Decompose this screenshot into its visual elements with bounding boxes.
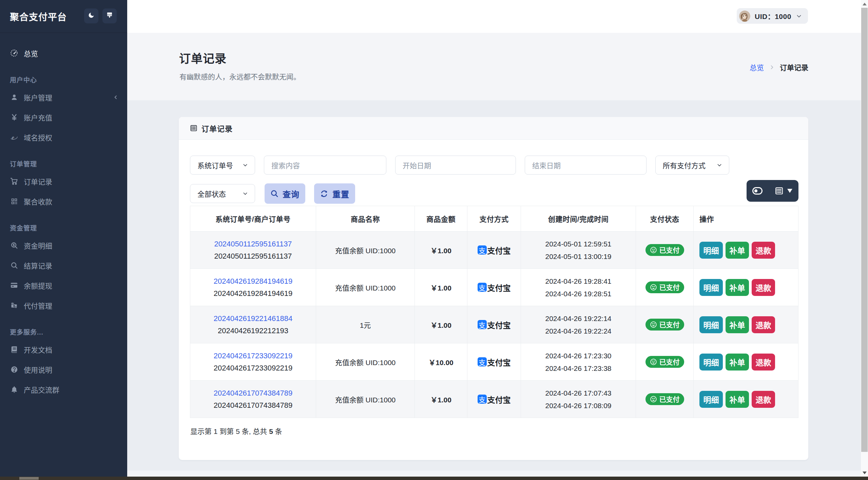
breadcrumb-home-link[interactable]: 总览 bbox=[750, 62, 764, 72]
scroll-up-button[interactable] bbox=[861, 0, 868, 8]
sidebar-item-account-recharge[interactable]: 账户充值 bbox=[0, 107, 127, 127]
paid-status-badge: 已支付 bbox=[645, 244, 684, 256]
pay-method-cell: 支 支付宝 bbox=[467, 394, 521, 405]
search-icon bbox=[270, 189, 278, 198]
created-time: 2024-04-26 19:28:41 bbox=[521, 275, 636, 287]
sidebar-item-label: 产品交流群 bbox=[24, 384, 59, 395]
order-no-link[interactable]: 2024042619221461884 bbox=[190, 313, 316, 325]
pay-method-cell: 支 支付宝 bbox=[467, 282, 521, 293]
top-header: UID：1000 bbox=[127, 0, 861, 33]
sidebar-item-label: 结算记录 bbox=[24, 260, 52, 271]
redo-button[interactable]: 补单 bbox=[726, 391, 749, 408]
detail-button[interactable]: 明细 bbox=[699, 354, 723, 371]
scroll-down-button[interactable] bbox=[861, 469, 868, 477]
row-actions: 明细 补单 退款 bbox=[699, 242, 798, 259]
sidebar-item-overview[interactable]: 总览 bbox=[0, 43, 127, 63]
product-amount: ￥10.00 bbox=[415, 343, 467, 381]
order-no-link[interactable]: 2024042617233092219 bbox=[190, 350, 316, 362]
row-actions: 明细 补单 退款 bbox=[699, 391, 798, 408]
pay-method-cell: 支 支付宝 bbox=[467, 356, 521, 368]
created-time: 2024-04-26 17:07:43 bbox=[521, 387, 636, 399]
pay-method-cell: 支 支付宝 bbox=[467, 244, 521, 256]
theme-button[interactable] bbox=[102, 8, 117, 23]
vertical-scrollbar-thumb[interactable] bbox=[861, 8, 868, 452]
refund-button[interactable]: 退款 bbox=[752, 279, 775, 296]
smile-icon bbox=[650, 396, 657, 403]
redo-button[interactable]: 补单 bbox=[726, 354, 749, 371]
brush-icon bbox=[106, 12, 113, 20]
completed-time: 2024-04-26 17:08:09 bbox=[521, 399, 636, 412]
refresh-icon bbox=[320, 189, 328, 198]
alipay-icon: 支 bbox=[478, 283, 487, 292]
sidebar-item-balance-withdraw[interactable]: 余额提现 bbox=[0, 275, 127, 295]
user-menu[interactable]: UID：1000 bbox=[737, 8, 808, 24]
horizontal-scrollbar[interactable] bbox=[0, 477, 868, 480]
chevron-right-icon bbox=[769, 65, 774, 70]
paid-status-badge: 已支付 bbox=[645, 281, 684, 293]
order-no-link[interactable]: 2024042617074384789 bbox=[190, 387, 316, 399]
toggle-columns-button[interactable] bbox=[747, 187, 768, 195]
refund-button[interactable]: 退款 bbox=[752, 242, 775, 259]
merchant-no: 2024042617233092219 bbox=[190, 362, 316, 374]
refund-button[interactable]: 退款 bbox=[752, 354, 775, 371]
detail-button[interactable]: 明细 bbox=[699, 391, 723, 408]
reset-button[interactable]: 重置 bbox=[314, 183, 355, 204]
sidebar-item-usage-guide[interactable]: 使用说明 bbox=[0, 359, 127, 379]
alipay-icon: 支 bbox=[478, 395, 487, 404]
table-toolbar bbox=[747, 180, 798, 202]
orders-card: 订单记录 系统订单号 搜索内容 开始日期 bbox=[179, 117, 808, 460]
redo-button[interactable]: 补单 bbox=[726, 242, 749, 259]
completed-time: 2024-04-26 17:23:38 bbox=[521, 362, 636, 375]
sidebar-item-account-manage[interactable]: 账户管理 bbox=[0, 87, 127, 107]
refund-button[interactable]: 退款 bbox=[752, 316, 775, 333]
sidebar-item-dev-docs[interactable]: 开发文档 bbox=[0, 339, 127, 359]
start-date-input[interactable]: 开始日期 bbox=[395, 156, 516, 175]
sidebar-item-fund-details[interactable]: 资金明细 bbox=[0, 235, 127, 255]
page-subtitle: 有幽默感的人，永远都不会默默无闻。 bbox=[179, 71, 301, 81]
vertical-scrollbar[interactable] bbox=[861, 0, 868, 477]
refund-button[interactable]: 退款 bbox=[752, 391, 775, 408]
dashboard-icon bbox=[10, 49, 18, 57]
end-date-placeholder: 结束日期 bbox=[532, 160, 561, 170]
query-button[interactable]: 查询 bbox=[265, 183, 305, 204]
dark-mode-button[interactable] bbox=[84, 8, 98, 23]
search-input[interactable]: 搜索内容 bbox=[264, 156, 386, 175]
cart-icon bbox=[10, 177, 18, 185]
reset-button-label: 重置 bbox=[332, 188, 349, 200]
order-no-link[interactable]: 2024050112595161137 bbox=[190, 238, 316, 250]
sidebar-item-payout-manage[interactable]: 代付管理 bbox=[0, 295, 127, 315]
sidebar-section-fund-manage: 资金管理 bbox=[0, 220, 127, 235]
pay-method-name: 支付宝 bbox=[487, 319, 511, 331]
search-dollar-icon bbox=[10, 241, 18, 249]
alipay-icon: 支 bbox=[478, 245, 487, 255]
sidebar-item-product-group[interactable]: 产品交流群 bbox=[0, 379, 127, 399]
row-actions: 明细 补单 退款 bbox=[699, 279, 798, 296]
horizontal-scrollbar-thumb[interactable] bbox=[19, 477, 39, 480]
order-type-select[interactable]: 系统订单号 bbox=[190, 156, 255, 175]
end-date-input[interactable]: 结束日期 bbox=[525, 156, 647, 175]
redo-button[interactable]: 补单 bbox=[726, 279, 749, 296]
sidebar-item-domain-auth[interactable]: e 域名授权 bbox=[0, 127, 127, 147]
question-circle-icon bbox=[10, 365, 18, 373]
sidebar: 聚合支付平台 总览 用户中心 账户管理 bbox=[0, 0, 127, 477]
pay-method-select[interactable]: 所有支付方式 bbox=[655, 156, 729, 175]
order-no-link[interactable]: 2024042619284194619 bbox=[190, 275, 316, 287]
paid-status-label: 已支付 bbox=[659, 357, 680, 367]
table-view-button[interactable] bbox=[768, 186, 798, 195]
pay-method-name: 支付宝 bbox=[487, 394, 511, 405]
sidebar-item-settlement-records[interactable]: 结算记录 bbox=[0, 255, 127, 275]
triangle-down-icon bbox=[863, 472, 867, 474]
col-time: 创建时间/完成时间 bbox=[521, 206, 636, 232]
redo-button[interactable]: 补单 bbox=[726, 316, 749, 333]
detail-button[interactable]: 明细 bbox=[699, 279, 723, 296]
sidebar-item-aggregate-collect[interactable]: 聚合收款 bbox=[0, 191, 127, 211]
triangle-up-icon bbox=[863, 3, 867, 5]
page-content: 订单记录 系统订单号 搜索内容 开始日期 bbox=[127, 100, 861, 471]
main-area: UID：1000 订单记录 有幽默感的人，永远都不会默默无闻。 总览 订单记录 … bbox=[127, 0, 861, 477]
status-select[interactable]: 全部状态 bbox=[190, 184, 255, 203]
sidebar-item-order-records[interactable]: 订单记录 bbox=[0, 171, 127, 191]
detail-button[interactable]: 明细 bbox=[699, 242, 723, 259]
detail-button[interactable]: 明细 bbox=[699, 316, 723, 333]
product-amount: ￥1.00 bbox=[415, 306, 467, 343]
card-header: 订单记录 bbox=[179, 117, 808, 140]
